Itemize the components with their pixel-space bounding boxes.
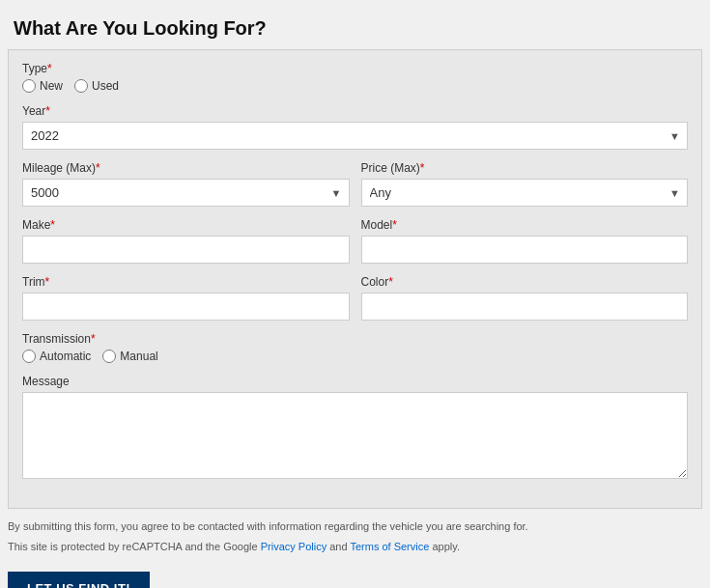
terms-link[interactable]: Terms of Service — [350, 541, 429, 552]
price-col: Price (Max)* Any $10,000 $15,000 $20,000… — [361, 161, 689, 218]
model-input[interactable] — [361, 236, 689, 264]
color-field-group: Color* — [361, 275, 689, 321]
type-used-radio[interactable] — [74, 79, 88, 93]
trim-input[interactable] — [22, 293, 350, 321]
price-select[interactable]: Any $10,000 $15,000 $20,000 $25,000 $30,… — [361, 179, 689, 207]
type-used-option[interactable]: Used — [74, 79, 119, 93]
type-new-radio[interactable] — [22, 79, 36, 93]
make-label: Make* — [22, 218, 350, 232]
mileage-label: Mileage (Max)* — [22, 161, 350, 175]
trim-field-group: Trim* — [22, 275, 350, 321]
transmission-automatic-label[interactable]: Automatic — [40, 350, 91, 363]
type-new-option[interactable]: New — [22, 79, 63, 93]
page-title: What Are You Looking For? — [0, 10, 710, 49]
transmission-manual-label[interactable]: Manual — [120, 350, 157, 363]
type-used-label[interactable]: Used — [92, 79, 119, 93]
model-field-group: Model* — [361, 218, 689, 264]
transmission-radio-group: Automatic Manual — [22, 350, 688, 363]
transmission-automatic-radio[interactable] — [22, 350, 36, 363]
color-col: Color* — [361, 275, 689, 332]
recaptcha-text: This site is protected by reCAPTCHA and … — [8, 539, 702, 555]
mileage-col: Mileage (Max)* 5000 10000 25000 50000 75… — [22, 161, 350, 218]
price-select-wrapper: Any $10,000 $15,000 $20,000 $25,000 $30,… — [361, 179, 689, 207]
price-label: Price (Max)* — [361, 161, 689, 175]
transmission-label: Transmission* — [22, 332, 688, 346]
year-field-group: Year* 2022 2021 2020 2019 2018 ▼ — [22, 104, 688, 150]
year-select[interactable]: 2022 2021 2020 2019 2018 — [22, 122, 688, 150]
make-input[interactable] — [22, 236, 350, 264]
trim-color-row: Trim* Color* — [22, 275, 688, 332]
model-label: Model* — [361, 218, 689, 232]
message-textarea[interactable] — [22, 392, 688, 479]
mileage-select[interactable]: 5000 10000 25000 50000 75000 100000 — [22, 179, 350, 207]
type-label: Type* — [22, 62, 688, 75]
price-field-group: Price (Max)* Any $10,000 $15,000 $20,000… — [361, 161, 689, 207]
message-field-group: Message — [22, 375, 688, 483]
disclaimer: By submitting this form, you agree to be… — [8, 518, 702, 535]
make-col: Make* — [22, 218, 350, 275]
trim-col: Trim* — [22, 275, 350, 332]
transmission-manual-radio[interactable] — [102, 350, 116, 363]
page-wrapper: What Are You Looking For? Type* New Used — [0, 0, 710, 588]
year-select-wrapper: 2022 2021 2020 2019 2018 ▼ — [22, 122, 688, 150]
transmission-field-group: Transmission* Automatic Manual — [22, 332, 688, 363]
message-label: Message — [22, 375, 688, 388]
transmission-manual-option[interactable]: Manual — [102, 350, 157, 363]
trim-label: Trim* — [22, 275, 350, 289]
year-label: Year* — [22, 104, 688, 118]
make-field-group: Make* — [22, 218, 350, 264]
mileage-select-wrapper: 5000 10000 25000 50000 75000 100000 ▼ — [22, 179, 350, 207]
type-field-group: Type* New Used — [22, 62, 688, 93]
privacy-policy-link[interactable]: Privacy Policy — [261, 541, 327, 552]
mileage-field-group: Mileage (Max)* 5000 10000 25000 50000 75… — [22, 161, 350, 207]
model-col: Model* — [361, 218, 689, 275]
color-label: Color* — [361, 275, 689, 289]
mileage-price-row: Mileage (Max)* 5000 10000 25000 50000 75… — [22, 161, 688, 218]
type-new-label[interactable]: New — [40, 79, 63, 93]
type-radio-group: New Used — [22, 79, 688, 93]
make-model-row: Make* Model* — [22, 218, 688, 275]
transmission-automatic-option[interactable]: Automatic — [22, 350, 91, 363]
form-container: Type* New Used Year* 2022 2 — [8, 49, 702, 509]
color-input[interactable] — [361, 293, 689, 321]
submit-button[interactable]: LET US FIND IT! — [8, 572, 150, 588]
